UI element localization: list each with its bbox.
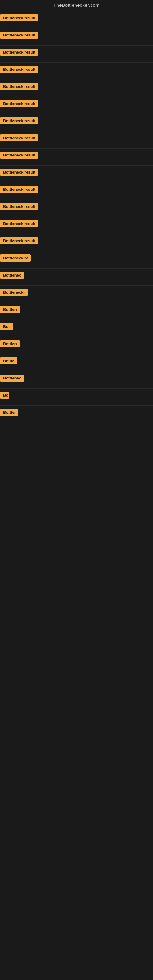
bottleneck-badge[interactable]: Bottleneck result: [0, 32, 38, 38]
bottleneck-badge[interactable]: Bottleneck result: [0, 237, 38, 244]
list-item: Bottleneck result: [0, 97, 153, 114]
list-item: Bottleneck result: [0, 80, 153, 97]
list-item: Bot: [0, 320, 153, 337]
site-header: TheBottlenecker.com: [0, 0, 153, 11]
bottleneck-badge[interactable]: Bottler: [0, 409, 18, 416]
list-item: Bottleneck re: [0, 251, 153, 269]
list-item: Bottlen: [0, 303, 153, 320]
bottleneck-badge[interactable]: Bottleneck result: [0, 220, 38, 227]
bottleneck-badge[interactable]: Bot: [0, 323, 13, 330]
list-item: Bottleneck result: [0, 46, 153, 63]
bottleneck-badge[interactable]: Bottleneck result: [0, 83, 38, 90]
list-item: Bottleneck result: [0, 114, 153, 131]
list-item: Bottleneck result: [0, 11, 153, 29]
list-item: Bottleneck result: [0, 234, 153, 251]
bottleneck-badge[interactable]: Bottleneck result: [0, 186, 38, 193]
list-item: Bottler: [0, 406, 153, 423]
bottleneck-badge[interactable]: Bottleneck result: [0, 66, 38, 73]
bottleneck-list: Bottleneck resultBottleneck resultBottle…: [0, 11, 153, 423]
bottleneck-badge[interactable]: Bottleneck result: [0, 49, 38, 56]
bottleneck-badge[interactable]: Bottleneck re: [0, 255, 30, 261]
bottleneck-badge[interactable]: Bottlenec: [0, 272, 24, 279]
bottleneck-badge[interactable]: Bottle: [0, 357, 18, 364]
bottleneck-badge[interactable]: Bottleneck result: [0, 203, 38, 210]
list-item: Bottlenec: [0, 269, 153, 286]
list-item: Bottleneck result: [0, 131, 153, 148]
bottleneck-badge[interactable]: Bottleneck result: [0, 169, 38, 176]
list-item: Bottleneck result: [0, 183, 153, 200]
site-title: TheBottlenecker.com: [54, 2, 99, 8]
bottleneck-badge[interactable]: Bottlenec: [0, 375, 24, 382]
list-item: Bottleneck result: [0, 166, 153, 183]
list-item: Bo: [0, 389, 153, 406]
list-item: Bottleneck result: [0, 29, 153, 46]
bottleneck-badge[interactable]: Bottlen: [0, 306, 20, 313]
list-item: Bottleneck result: [0, 217, 153, 234]
bottleneck-badge[interactable]: Bo: [0, 392, 9, 399]
list-item: Bottlen: [0, 337, 153, 354]
list-item: Bottleneck result: [0, 148, 153, 166]
bottleneck-badge[interactable]: Bottleneck r: [0, 289, 27, 296]
bottleneck-badge[interactable]: Bottleneck result: [0, 14, 38, 21]
bottleneck-badge[interactable]: Bottlen: [0, 340, 20, 347]
bottleneck-badge[interactable]: Bottleneck result: [0, 117, 38, 124]
bottleneck-badge[interactable]: Bottleneck result: [0, 151, 38, 159]
list-item: Bottleneck r: [0, 286, 153, 303]
list-item: Bottle: [0, 354, 153, 371]
list-item: Bottleneck result: [0, 200, 153, 217]
bottleneck-badge[interactable]: Bottleneck result: [0, 100, 38, 107]
list-item: Bottleneck result: [0, 63, 153, 80]
list-item: Bottlenec: [0, 371, 153, 389]
bottleneck-badge[interactable]: Bottleneck result: [0, 134, 38, 142]
